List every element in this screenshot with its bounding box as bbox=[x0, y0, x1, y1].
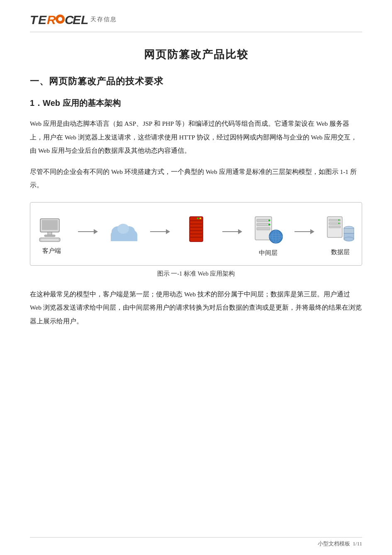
footer-text: 小型文档模板 1/11 bbox=[318, 540, 362, 548]
diagram-item-firewall: 防火墙 bbox=[173, 215, 219, 257]
footer-label: 小型文档模板 bbox=[318, 540, 350, 547]
cloud-icon bbox=[107, 220, 141, 243]
sub1-heading: 1．Web 应用的基本架构 bbox=[30, 98, 362, 109]
fig-caption: 图示 一-1 标准 Web 应用架构 bbox=[30, 270, 362, 278]
svg-rect-24 bbox=[190, 230, 203, 231]
arrow-2 bbox=[166, 229, 170, 234]
svg-point-28 bbox=[197, 218, 199, 219]
svg-rect-22 bbox=[190, 223, 203, 225]
server-red-icon bbox=[187, 215, 205, 245]
svg-text:L: L bbox=[81, 13, 88, 27]
svg-rect-13 bbox=[41, 239, 58, 241]
line-3 bbox=[222, 231, 238, 232]
computer-icon bbox=[37, 217, 67, 243]
svg-point-34 bbox=[268, 224, 270, 225]
svg-rect-23 bbox=[190, 227, 203, 228]
logo-subtitle: 天存信息 bbox=[90, 16, 117, 23]
page: T E R C E L 天存信息 网页防篡改产品比较 一、网页防篡改产品的技术要… bbox=[0, 0, 392, 555]
svg-text:T: T bbox=[30, 13, 39, 27]
svg-rect-26 bbox=[190, 237, 203, 238]
header: T E R C E L 天存信息 bbox=[30, 0, 362, 32]
svg-rect-43 bbox=[329, 226, 341, 228]
paragraph-2: 尽管不同的企业会有不同的 Web 环境搭建方式，一个典型的 Web 应用通常是标… bbox=[30, 165, 362, 192]
server-db-icon bbox=[326, 216, 355, 244]
connector-2 bbox=[150, 229, 170, 234]
svg-point-48 bbox=[344, 237, 354, 241]
arrow-4 bbox=[310, 229, 314, 234]
connector-3 bbox=[222, 229, 242, 234]
footer-page: 1/11 bbox=[353, 540, 362, 547]
svg-rect-21 bbox=[190, 220, 203, 221]
svg-text:E: E bbox=[73, 13, 81, 27]
server-globe-icon bbox=[253, 215, 283, 245]
svg-rect-31 bbox=[257, 223, 270, 226]
line-4 bbox=[295, 231, 310, 232]
paragraph-1: Web 应用是由动态脚本语言（如 ASP、JSP 和 PHP 等）和编译过的代码… bbox=[30, 117, 362, 158]
diagram-item-client: 客户端 bbox=[29, 217, 75, 255]
svg-rect-30 bbox=[257, 219, 270, 222]
line-2 bbox=[150, 231, 166, 232]
svg-rect-19 bbox=[111, 238, 137, 241]
paragraph-3: 在这种最常见的模型中，客户端是第一层；使用动态 Web 技术的部分属于中间层；数… bbox=[30, 288, 362, 328]
diagram-label-db: 数据层 bbox=[331, 248, 350, 256]
diagram-item-database: 数据层 bbox=[318, 216, 363, 256]
connector-4 bbox=[295, 229, 314, 234]
svg-point-44 bbox=[338, 219, 339, 220]
svg-point-45 bbox=[338, 222, 339, 224]
svg-rect-32 bbox=[257, 227, 270, 230]
svg-rect-25 bbox=[190, 233, 203, 235]
svg-point-33 bbox=[268, 220, 270, 221]
svg-point-17 bbox=[117, 224, 129, 234]
diagram-item-middle: 中间层 bbox=[246, 215, 291, 257]
diagram-item-cloud: 云 bbox=[101, 220, 147, 252]
arrow-3 bbox=[238, 229, 242, 234]
svg-text:R: R bbox=[47, 13, 56, 27]
connector-1 bbox=[78, 229, 98, 234]
svg-text:E: E bbox=[38, 13, 47, 27]
section1-heading: 一、网页防篡改产品的技术要求 bbox=[30, 75, 362, 88]
diagram-row: 客户端 云 bbox=[39, 215, 353, 257]
svg-point-4 bbox=[58, 17, 62, 21]
line-1 bbox=[78, 231, 94, 232]
diagram-label-client: 客户端 bbox=[42, 247, 61, 255]
svg-rect-11 bbox=[44, 235, 55, 237]
arrow-1 bbox=[94, 229, 98, 234]
main-title: 网页防篡改产品比较 bbox=[30, 47, 362, 62]
diagram-label-middle: 中间层 bbox=[259, 249, 278, 257]
footer: 小型文档模板 1/11 bbox=[30, 537, 362, 548]
diagram-box: 客户端 云 bbox=[30, 202, 362, 266]
logo-svg: T E R C E L bbox=[30, 12, 88, 27]
logo: T E R C E L 天存信息 bbox=[30, 12, 117, 27]
svg-rect-9 bbox=[42, 220, 58, 230]
svg-rect-50 bbox=[344, 228, 354, 233]
svg-point-27 bbox=[200, 218, 201, 219]
